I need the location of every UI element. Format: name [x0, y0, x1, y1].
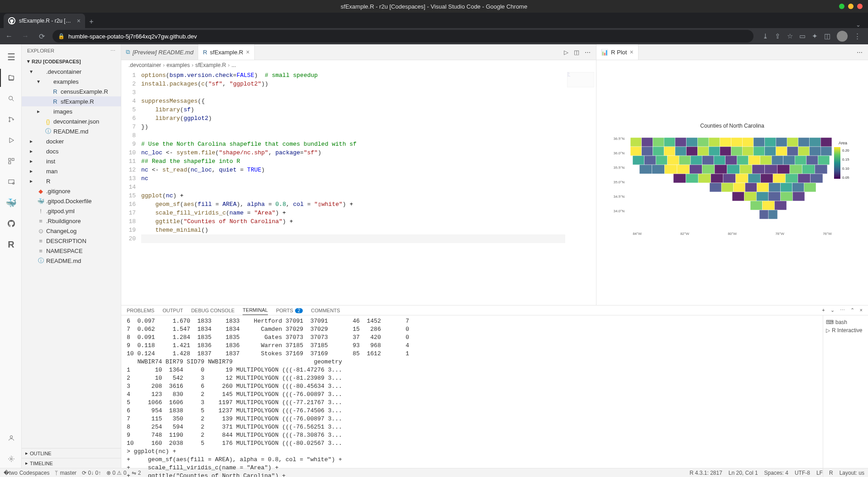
outline-section[interactable]: ▸OUTLINE: [22, 448, 121, 458]
chrome-reload[interactable]: ⟳: [36, 32, 47, 41]
status-item[interactable]: UTF-8: [795, 470, 810, 476]
file-tree-item[interactable]: ▸docs: [22, 146, 121, 156]
chrome-new-tab[interactable]: +: [85, 15, 98, 28]
tab-sfexample[interactable]: R sfExample.R ×: [198, 44, 254, 60]
extensions-icon[interactable]: ✦: [812, 32, 818, 40]
chrome-tab[interactable]: sfExample.R - r2u [Codes ×: [4, 14, 85, 28]
github-activity-icon[interactable]: [0, 215, 22, 233]
sidebar-root[interactable]: ▾R2U [CODESPACES]: [22, 57, 121, 66]
svg-rect-89: [802, 165, 815, 174]
chrome-omnibox[interactable]: 🔒 humble-space-potato-5j7r664xq2v7gw.git…: [52, 30, 754, 43]
settings-icon[interactable]: [0, 450, 22, 468]
plot-more[interactable]: ⋯: [857, 49, 863, 56]
code-editor[interactable]: 1234567891011121314151617181920 options(…: [121, 70, 596, 305]
chrome-avatar[interactable]: [837, 31, 848, 42]
tab-problems[interactable]: PROBLEMS: [127, 306, 154, 315]
status-item[interactable]: R 4.3.1: 2817: [690, 470, 722, 476]
status-item[interactable]: Layout: us: [839, 470, 864, 476]
timeline-section[interactable]: ▸TIMELINE: [22, 458, 121, 468]
panel-maximize[interactable]: ⌃: [850, 307, 854, 313]
remote-icon[interactable]: [0, 173, 22, 191]
file-tree-item[interactable]: ▸images: [22, 106, 121, 116]
code-content[interactable]: options(bspm.version.check=FALSE) # smal…: [141, 70, 565, 305]
chrome-dropdown[interactable]: ⌄: [856, 21, 861, 28]
status-item[interactable]: Ln 20, Col 1: [729, 470, 758, 476]
plot-tab-close[interactable]: ×: [630, 48, 633, 56]
explorer-more[interactable]: ⋯: [110, 48, 115, 54]
file-tree-item[interactable]: ◆.gitignore: [22, 186, 121, 196]
editor-more[interactable]: ⋯: [585, 49, 591, 56]
status-errors[interactable]: ⊗ 0 ⚠ 0: [106, 470, 126, 476]
svg-rect-57: [810, 147, 821, 156]
status-item[interactable]: LF: [816, 470, 823, 476]
svg-rect-87: [777, 165, 790, 174]
window-close[interactable]: [857, 4, 863, 9]
install-icon[interactable]: ⤓: [763, 32, 768, 40]
tab-debug-console[interactable]: DEBUG CONSOLE: [191, 306, 234, 315]
debug-icon[interactable]: [0, 131, 22, 149]
file-tree-item[interactable]: ⊙ChangeLog: [22, 226, 121, 236]
tab-ports[interactable]: PORTS2: [276, 306, 303, 315]
sidepanel-icon[interactable]: ◫: [824, 32, 830, 40]
file-tree-item[interactable]: ▾examples: [22, 76, 121, 86]
file-tree-item[interactable]: ▸R: [22, 176, 121, 186]
share-icon[interactable]: ⇪: [775, 32, 781, 40]
file-tree-item[interactable]: ▸inst: [22, 156, 121, 166]
file-tree-item[interactable]: ⓘREADME.md: [22, 126, 121, 136]
terminal-dropdown[interactable]: ⌄: [830, 307, 835, 313]
file-tree-item[interactable]: ▾.devcontainer: [22, 67, 121, 76]
search-icon[interactable]: [0, 90, 22, 108]
file-tree-item[interactable]: !.gitpod.yml: [22, 206, 121, 216]
tab-comments[interactable]: COMMENTS: [311, 306, 340, 315]
status-item[interactable]: Spaces: 4: [764, 470, 788, 476]
file-tree-item[interactable]: RcensusExample.R: [22, 86, 121, 96]
file-tree-item[interactable]: 🐳.gitpod.Dockerfile: [22, 196, 121, 206]
tab-readme[interactable]: ⧉ [Preview] README.md: [121, 44, 198, 60]
media-icon[interactable]: ▭: [799, 32, 806, 40]
file-tree-item[interactable]: ▸man: [22, 166, 121, 176]
tab-output[interactable]: OUTPUT: [162, 306, 183, 315]
status-sync[interactable]: ⟳ 0↓ 0↑: [82, 470, 101, 476]
svg-rect-71: [772, 156, 783, 165]
breadcrumb[interactable]: .devcontainer›examples›sfExample.R›...: [121, 60, 596, 70]
split-icon[interactable]: ◫: [574, 49, 579, 56]
status-item[interactable]: R: [829, 470, 833, 476]
explorer-icon[interactable]: [0, 69, 22, 87]
file-tree-item[interactable]: ⓘREADME.md: [22, 256, 121, 266]
tab-rplot[interactable]: 📊 R Plot ×: [596, 44, 639, 60]
tab-terminal[interactable]: TERMINAL: [243, 305, 268, 315]
chrome-forward[interactable]: →: [20, 32, 31, 40]
window-maximize[interactable]: [848, 4, 854, 9]
chrome-back[interactable]: ←: [4, 32, 14, 40]
status-ports[interactable]: ⇋ 2: [132, 470, 141, 476]
file-tree-item[interactable]: RsfExample.R: [22, 96, 121, 106]
chrome-menu[interactable]: ⋮: [854, 32, 861, 40]
account-icon[interactable]: [0, 429, 22, 447]
file-tree-item[interactable]: ≡.Rbuildignore: [22, 216, 121, 226]
window-minimize[interactable]: [839, 4, 844, 9]
status-codespaces[interactable]: �two Codespaces: [4, 470, 49, 476]
menu-icon[interactable]: ☰: [0, 48, 22, 66]
panel-close[interactable]: ×: [860, 307, 863, 313]
svg-rect-86: [765, 165, 777, 174]
file-tree-item[interactable]: {}devcontainer.json: [22, 116, 121, 126]
panel-more[interactable]: ⋯: [840, 307, 845, 313]
file-tree-item[interactable]: ≡NAMESPACE: [22, 246, 121, 256]
docker-activity-icon[interactable]: 🐳: [0, 194, 22, 212]
activity-bar: ☰ 🐳 R: [0, 44, 22, 468]
source-control-icon[interactable]: [0, 110, 22, 129]
star-icon[interactable]: ☆: [787, 32, 793, 40]
terminal-output[interactable]: 6 0.097 1.670 1833 1833 Hertford 37091 3…: [121, 315, 823, 477]
file-tree-item[interactable]: ≡DESCRIPTION: [22, 236, 121, 246]
chrome-tab-close[interactable]: ×: [77, 17, 81, 24]
r-activity-icon[interactable]: R: [0, 235, 22, 253]
run-icon[interactable]: ▷: [564, 49, 568, 56]
terminal-new[interactable]: +: [822, 307, 825, 313]
minimap[interactable]: ▬▬▬▬▬▬▬▬▬▬▬▬▬▬▬▬▬: [567, 72, 594, 87]
tab-close[interactable]: ×: [246, 48, 249, 56]
term-bash[interactable]: ⌨bash: [826, 318, 865, 326]
status-branch[interactable]: ᛘ master: [55, 470, 76, 476]
extensions-activity-icon[interactable]: [0, 152, 22, 170]
file-tree-item[interactable]: ▸docker: [22, 136, 121, 146]
term-r[interactable]: ▷R Interactive: [826, 326, 865, 334]
